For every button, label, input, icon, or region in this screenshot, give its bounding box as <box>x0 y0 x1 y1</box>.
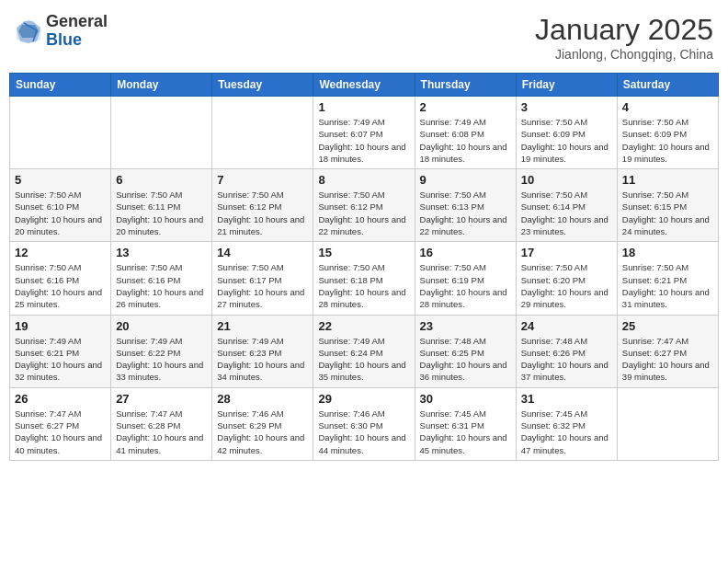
day-number: 23 <box>420 319 511 333</box>
day-number: 6 <box>116 173 207 187</box>
day-info: Sunrise: 7:49 AM Sunset: 6:08 PM Dayligh… <box>420 116 511 165</box>
location-subtitle: Jianlong, Chongqing, China <box>535 47 713 62</box>
day-info: Sunrise: 7:50 AM Sunset: 6:17 PM Dayligh… <box>217 261 308 310</box>
day-info: Sunrise: 7:50 AM Sunset: 6:21 PM Dayligh… <box>622 261 713 310</box>
calendar-cell: 19Sunrise: 7:49 AM Sunset: 6:21 PM Dayli… <box>10 315 111 387</box>
calendar-table: SundayMondayTuesdayWednesdayThursdayFrid… <box>9 73 719 461</box>
day-number: 4 <box>622 100 713 114</box>
day-number: 21 <box>217 319 308 333</box>
calendar-cell: 1Sunrise: 7:49 AM Sunset: 6:07 PM Daylig… <box>313 97 415 169</box>
logo-icon <box>15 17 42 45</box>
calendar-cell: 15Sunrise: 7:50 AM Sunset: 6:18 PM Dayli… <box>313 242 415 315</box>
calendar-cell: 14Sunrise: 7:50 AM Sunset: 6:17 PM Dayli… <box>212 242 313 315</box>
day-info: Sunrise: 7:49 AM Sunset: 6:23 PM Dayligh… <box>217 335 308 384</box>
day-info: Sunrise: 7:50 AM Sunset: 6:16 PM Dayligh… <box>15 261 106 310</box>
day-number: 28 <box>217 392 308 406</box>
calendar-cell: 5Sunrise: 7:50 AM Sunset: 6:10 PM Daylig… <box>10 169 111 242</box>
day-info: Sunrise: 7:50 AM Sunset: 6:10 PM Dayligh… <box>15 189 106 237</box>
calendar-cell: 30Sunrise: 7:45 AM Sunset: 6:31 PM Dayli… <box>415 387 516 460</box>
day-number: 9 <box>420 173 511 187</box>
weekday-header: Tuesday <box>212 74 313 97</box>
day-number: 31 <box>521 392 612 406</box>
day-number: 17 <box>521 246 612 259</box>
calendar-cell <box>212 97 313 169</box>
calendar-cell: 29Sunrise: 7:46 AM Sunset: 6:30 PM Dayli… <box>313 387 415 460</box>
logo-general: General <box>46 13 108 31</box>
day-info: Sunrise: 7:50 AM Sunset: 6:12 PM Dayligh… <box>217 189 308 237</box>
day-info: Sunrise: 7:46 AM Sunset: 6:29 PM Dayligh… <box>217 408 308 456</box>
day-number: 29 <box>318 392 409 406</box>
day-info: Sunrise: 7:48 AM Sunset: 6:25 PM Dayligh… <box>420 335 511 384</box>
day-info: Sunrise: 7:49 AM Sunset: 6:21 PM Dayligh… <box>15 335 106 384</box>
day-info: Sunrise: 7:45 AM Sunset: 6:32 PM Dayligh… <box>521 408 612 456</box>
day-number: 19 <box>15 319 106 333</box>
day-number: 2 <box>420 100 511 114</box>
day-info: Sunrise: 7:50 AM Sunset: 6:20 PM Dayligh… <box>521 261 612 310</box>
day-number: 30 <box>420 392 511 406</box>
month-title: January 2025 <box>535 13 713 47</box>
day-info: Sunrise: 7:49 AM Sunset: 6:24 PM Dayligh… <box>318 335 409 384</box>
day-info: Sunrise: 7:50 AM Sunset: 6:16 PM Dayligh… <box>116 261 207 310</box>
calendar-week-row: 19Sunrise: 7:49 AM Sunset: 6:21 PM Dayli… <box>10 315 719 387</box>
day-number: 15 <box>318 246 409 259</box>
day-number: 10 <box>521 173 612 187</box>
day-info: Sunrise: 7:47 AM Sunset: 6:28 PM Dayligh… <box>116 408 207 456</box>
calendar-cell: 27Sunrise: 7:47 AM Sunset: 6:28 PM Dayli… <box>111 387 212 460</box>
weekday-header: Thursday <box>415 74 516 97</box>
calendar-cell: 22Sunrise: 7:49 AM Sunset: 6:24 PM Dayli… <box>313 315 415 387</box>
day-number: 11 <box>622 173 713 187</box>
day-number: 8 <box>318 173 409 187</box>
day-info: Sunrise: 7:46 AM Sunset: 6:30 PM Dayligh… <box>318 408 409 456</box>
calendar-cell: 13Sunrise: 7:50 AM Sunset: 6:16 PM Dayli… <box>111 242 212 315</box>
day-info: Sunrise: 7:49 AM Sunset: 6:22 PM Dayligh… <box>116 335 207 384</box>
day-number: 1 <box>318 100 409 114</box>
calendar-cell: 7Sunrise: 7:50 AM Sunset: 6:12 PM Daylig… <box>212 169 313 242</box>
day-number: 7 <box>217 173 308 187</box>
calendar-cell: 6Sunrise: 7:50 AM Sunset: 6:11 PM Daylig… <box>111 169 212 242</box>
calendar-cell: 20Sunrise: 7:49 AM Sunset: 6:22 PM Dayli… <box>111 315 212 387</box>
day-number: 27 <box>116 392 207 406</box>
calendar-cell: 4Sunrise: 7:50 AM Sunset: 6:09 PM Daylig… <box>617 97 718 169</box>
day-info: Sunrise: 7:50 AM Sunset: 6:19 PM Dayligh… <box>420 261 511 310</box>
day-info: Sunrise: 7:48 AM Sunset: 6:26 PM Dayligh… <box>521 335 612 384</box>
day-info: Sunrise: 7:47 AM Sunset: 6:27 PM Dayligh… <box>15 408 106 456</box>
day-number: 12 <box>15 246 106 259</box>
calendar-cell <box>617 387 718 460</box>
logo-blue: Blue <box>46 31 108 50</box>
calendar-cell: 9Sunrise: 7:50 AM Sunset: 6:13 PM Daylig… <box>415 169 516 242</box>
weekday-header: Wednesday <box>313 74 415 97</box>
calendar-week-row: 5Sunrise: 7:50 AM Sunset: 6:10 PM Daylig… <box>10 169 719 242</box>
day-number: 13 <box>116 246 207 259</box>
day-number: 14 <box>217 246 308 259</box>
day-number: 18 <box>622 246 713 259</box>
calendar-cell: 23Sunrise: 7:48 AM Sunset: 6:25 PM Dayli… <box>415 315 516 387</box>
calendar-cell: 28Sunrise: 7:46 AM Sunset: 6:29 PM Dayli… <box>212 387 313 460</box>
calendar-cell: 18Sunrise: 7:50 AM Sunset: 6:21 PM Dayli… <box>617 242 718 315</box>
day-number: 5 <box>15 173 106 187</box>
calendar-cell: 31Sunrise: 7:45 AM Sunset: 6:32 PM Dayli… <box>516 387 617 460</box>
day-info: Sunrise: 7:50 AM Sunset: 6:09 PM Dayligh… <box>622 116 713 165</box>
logo: General Blue <box>15 13 108 50</box>
day-number: 22 <box>318 319 409 333</box>
day-info: Sunrise: 7:50 AM Sunset: 6:14 PM Dayligh… <box>521 189 612 237</box>
calendar-week-row: 1Sunrise: 7:49 AM Sunset: 6:07 PM Daylig… <box>10 97 719 169</box>
day-number: 16 <box>420 246 511 259</box>
day-number: 26 <box>15 392 106 406</box>
logo-text: General Blue <box>46 13 108 50</box>
calendar-cell: 2Sunrise: 7:49 AM Sunset: 6:08 PM Daylig… <box>415 97 516 169</box>
day-info: Sunrise: 7:50 AM Sunset: 6:11 PM Dayligh… <box>116 189 207 237</box>
calendar-cell: 26Sunrise: 7:47 AM Sunset: 6:27 PM Dayli… <box>10 387 111 460</box>
day-info: Sunrise: 7:50 AM Sunset: 6:12 PM Dayligh… <box>318 189 409 237</box>
day-number: 24 <box>521 319 612 333</box>
weekday-header-row: SundayMondayTuesdayWednesdayThursdayFrid… <box>10 74 719 97</box>
day-info: Sunrise: 7:47 AM Sunset: 6:27 PM Dayligh… <box>622 335 713 384</box>
day-number: 20 <box>116 319 207 333</box>
calendar-week-row: 26Sunrise: 7:47 AM Sunset: 6:27 PM Dayli… <box>10 387 719 460</box>
calendar-cell: 11Sunrise: 7:50 AM Sunset: 6:15 PM Dayli… <box>617 169 718 242</box>
day-info: Sunrise: 7:50 AM Sunset: 6:18 PM Dayligh… <box>318 261 409 310</box>
day-info: Sunrise: 7:45 AM Sunset: 6:31 PM Dayligh… <box>420 408 511 456</box>
day-info: Sunrise: 7:49 AM Sunset: 6:07 PM Dayligh… <box>318 116 409 165</box>
calendar-cell: 3Sunrise: 7:50 AM Sunset: 6:09 PM Daylig… <box>516 97 617 169</box>
calendar-cell: 12Sunrise: 7:50 AM Sunset: 6:16 PM Dayli… <box>10 242 111 315</box>
page-header: General Blue January 2025 Jianlong, Chon… <box>9 9 719 65</box>
